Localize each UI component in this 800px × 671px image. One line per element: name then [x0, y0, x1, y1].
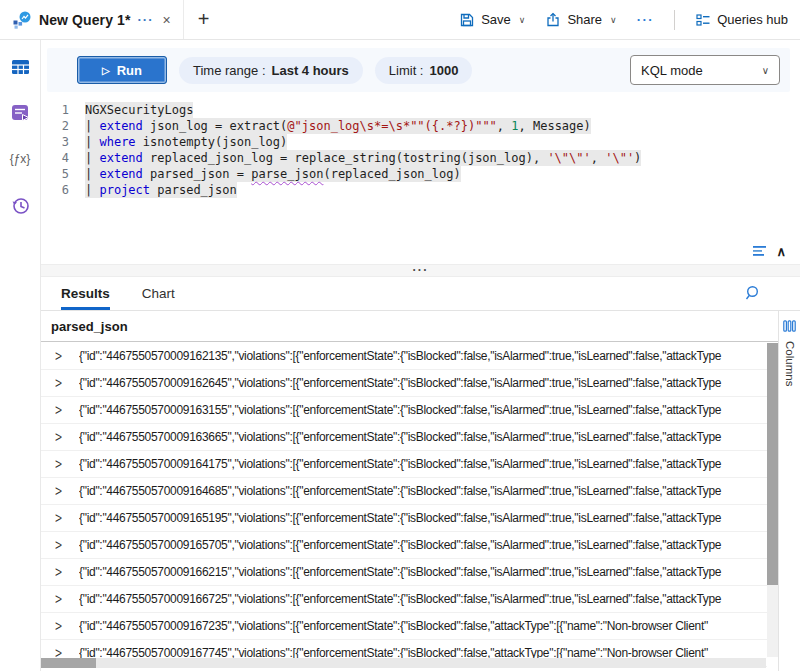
vertical-scrollbar[interactable] [767, 343, 778, 657]
expand-row-icon[interactable]: > [55, 482, 79, 500]
collapse-editor-icon[interactable]: ∧ [776, 244, 786, 259]
row-json-text: {"id":"4467550570009163665","violations"… [79, 430, 767, 444]
adx-app-icon [12, 10, 32, 30]
kql-mode-value: KQL mode [641, 63, 703, 78]
tab-new-query[interactable]: New Query 1* ··· × [0, 0, 184, 39]
limit-value: 1000 [429, 63, 458, 78]
left-sidebar: {ƒx} [0, 40, 41, 671]
table-row[interactable]: > {"id":"4467550570009166215","violation… [41, 559, 767, 586]
new-tab-button[interactable]: + [184, 0, 224, 39]
expand-row-icon[interactable]: > [55, 536, 79, 554]
row-json-text: {"id":"4467550570009164685","violations"… [79, 484, 767, 498]
table-row[interactable]: > {"id":"4467550570009163665","violation… [41, 424, 767, 451]
top-tab-bar: New Query 1* ··· × + Save ∨ [0, 0, 800, 40]
columns-side-panel[interactable]: Columns [778, 311, 800, 671]
chevron-down-icon: ∨ [519, 15, 526, 25]
code-text: | extend replaced_json_log = replace_str… [85, 150, 641, 166]
row-json-text: {"id":"4467550570009165195","violations"… [79, 511, 767, 525]
horizontal-scrollbar[interactable] [41, 658, 766, 668]
table-row[interactable]: > {"id":"4467550570009167235","violation… [41, 613, 767, 640]
table-row[interactable]: > {"id":"4467550570009166725","violation… [41, 586, 767, 613]
queries-hub-button[interactable]: Queries hub [695, 12, 788, 28]
code-line: 5 | extend parsed_json = parse_json(repl… [41, 166, 800, 182]
expand-row-icon[interactable]: > [55, 428, 79, 446]
topbar-divider [674, 10, 675, 30]
table-row[interactable]: > {"id":"4467550570009164685","violation… [41, 478, 767, 505]
save-icon [459, 12, 475, 28]
query-toolbar: ▷ Run Time range : Last 4 hours Limit : … [47, 48, 790, 92]
share-button[interactable]: Share ∨ [545, 12, 616, 28]
queries-hub-label: Queries hub [717, 12, 788, 27]
expand-row-icon[interactable]: > [55, 590, 79, 608]
panel-splitter[interactable]: ... [41, 264, 800, 277]
expand-row-icon[interactable]: > [55, 374, 79, 392]
table-row[interactable]: > {"id":"4467550570009164175","violation… [41, 451, 767, 478]
tab-results[interactable]: Results [61, 277, 110, 310]
code-text: | extend parsed_json = parse_json(replac… [85, 166, 461, 182]
row-json-text: {"id":"4467550570009166215","violations"… [79, 565, 767, 579]
tab-more-icon[interactable]: ··· [137, 12, 153, 27]
limit-pill[interactable]: Limit : 1000 [375, 57, 473, 84]
expand-row-icon[interactable]: > [55, 509, 79, 527]
expand-row-icon[interactable]: > [55, 563, 79, 581]
table-row[interactable]: > {"id":"4467550570009165705","violation… [41, 532, 767, 559]
line-number: 4 [41, 150, 85, 166]
chevron-down-icon: ∨ [762, 65, 769, 76]
line-number: 5 [41, 166, 85, 182]
code-text: | extend json_log = extract(@"json_log\s… [85, 118, 591, 134]
code-line: 3 | where isnotempty(json_log) [41, 134, 800, 150]
chevron-down-icon: ∨ [610, 15, 617, 25]
table-row[interactable]: > {"id":"4467550570009165195","violation… [41, 505, 767, 532]
time-range-pill[interactable]: Time range : Last 4 hours [179, 57, 363, 84]
code-text: NGXSecurityLogs [85, 102, 193, 118]
run-play-icon: ▷ [102, 65, 110, 76]
expand-row-icon[interactable]: > [55, 347, 79, 365]
queries-hub-icon [695, 12, 711, 28]
results-grid: parsed_json > {"id":"4467550570009162135… [41, 311, 800, 671]
table-row[interactable]: > {"id":"4467550570009162135","violation… [41, 343, 767, 370]
query-editor[interactable]: 1 NGXSecurityLogs 2 | extend json_log = … [41, 92, 800, 238]
results-rows: > {"id":"4467550570009162135","violation… [41, 343, 767, 671]
kql-mode-dropdown[interactable]: KQL mode ∨ [630, 55, 780, 85]
tab-close-icon[interactable]: × [160, 12, 172, 28]
save-label: Save [481, 12, 511, 27]
tables-icon[interactable] [9, 56, 31, 78]
expand-row-icon[interactable]: > [55, 617, 79, 635]
functions-icon[interactable]: {ƒx} [9, 148, 31, 170]
line-number: 6 [41, 182, 85, 198]
queries-icon[interactable] [9, 102, 31, 124]
results-panel: Results Chart parsed_json [41, 277, 800, 671]
line-number: 2 [41, 118, 85, 134]
search-icon[interactable] [745, 285, 762, 302]
code-line: 2 | extend json_log = extract(@"json_log… [41, 118, 800, 134]
tab-chart[interactable]: Chart [142, 277, 175, 310]
row-json-text: {"id":"4467550570009165705","violations"… [79, 538, 767, 552]
tab-title: New Query 1* [39, 12, 130, 28]
format-results-icon[interactable] [752, 245, 769, 258]
row-json-text: {"id":"4467550570009162135","violations"… [79, 349, 767, 363]
horizontal-scrollbar-thumb[interactable] [41, 658, 96, 668]
run-label: Run [117, 63, 142, 78]
results-tab-bar: Results Chart [41, 277, 800, 311]
run-button[interactable]: ▷ Run [77, 56, 167, 84]
row-json-text: {"id":"4467550570009162645","violations"… [79, 376, 767, 390]
column-header-parsed-json[interactable]: parsed_json [41, 311, 778, 342]
code-text: | where isnotempty(json_log) [85, 134, 287, 150]
expand-row-icon[interactable]: > [55, 401, 79, 419]
save-button[interactable]: Save ∨ [459, 12, 525, 28]
app-body: {ƒx} ▷ Run Time range : Last 4 hours Lim… [0, 40, 800, 671]
table-row[interactable]: > {"id":"4467550570009162645","violation… [41, 370, 767, 397]
vertical-scrollbar-thumb[interactable] [767, 343, 778, 585]
row-json-text: {"id":"4467550570009166725","violations"… [79, 592, 767, 606]
row-json-text: {"id":"4467550570009164175","violations"… [79, 457, 767, 471]
table-row[interactable]: > {"id":"4467550570009163155","violation… [41, 397, 767, 424]
more-actions-icon[interactable]: ··· [637, 12, 655, 27]
query-history-icon[interactable] [9, 194, 31, 216]
expand-row-icon[interactable]: > [55, 455, 79, 473]
main-panel: ▷ Run Time range : Last 4 hours Limit : … [41, 40, 800, 671]
share-icon [545, 12, 561, 28]
code-text: | project parsed_json [85, 182, 237, 198]
line-number: 1 [41, 102, 85, 118]
code-line: 6 | project parsed_json [41, 182, 800, 198]
code-line: 1 NGXSecurityLogs [41, 102, 800, 118]
